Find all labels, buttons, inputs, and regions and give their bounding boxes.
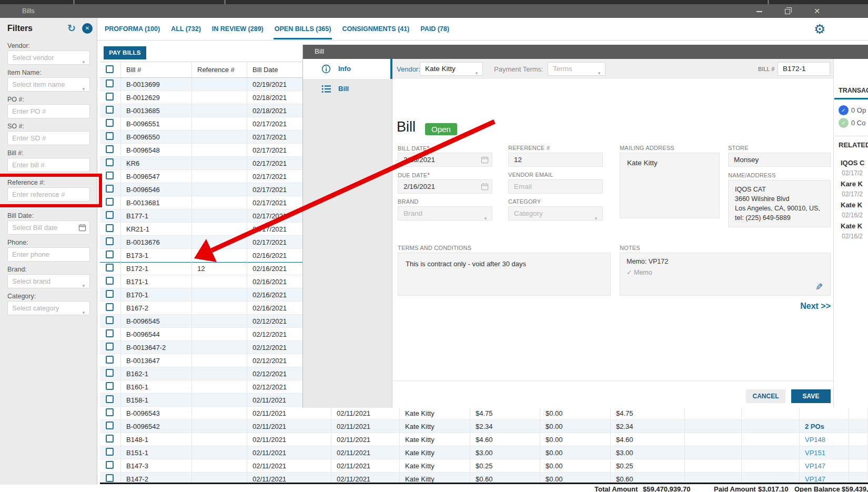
vendor-filter-input[interactable]: Select vendor▼ (7, 51, 90, 65)
link-cell[interactable]: VP151 (800, 446, 849, 459)
row-checkbox[interactable] (106, 316, 114, 324)
row-checkbox[interactable] (106, 382, 114, 390)
bill-number-filter-input[interactable]: Enter bill # (7, 158, 90, 172)
row-checkbox[interactable] (106, 172, 114, 179)
close-filters-icon[interactable]: ✕ (82, 23, 93, 34)
related-item-name[interactable]: Kare K (841, 180, 868, 188)
row-checkbox[interactable] (106, 356, 114, 364)
row-checkbox[interactable] (106, 198, 114, 206)
row-checkbox[interactable] (106, 395, 114, 403)
row-checkbox[interactable] (106, 158, 114, 166)
store-field[interactable]: Monsey (728, 153, 831, 167)
row-checkbox[interactable] (106, 237, 114, 245)
link-cell[interactable]: VP148 (800, 433, 849, 446)
so-number-filter-input[interactable]: Enter SO # (7, 131, 90, 145)
minimize-button[interactable] (751, 6, 767, 16)
reference-cell (192, 380, 247, 394)
modal-tab-bill[interactable]: Bill (303, 79, 392, 99)
category-filter-input[interactable]: Select category▼ (7, 301, 90, 315)
amount-cell: $4.60 (470, 433, 540, 446)
row-checkbox[interactable] (106, 185, 114, 193)
payment-terms-select[interactable]: Terms ▼ (548, 62, 605, 76)
row-checkbox[interactable] (106, 435, 114, 443)
edit-notes-button[interactable]: ✎ (815, 282, 823, 293)
table-row[interactable]: B151-102/11/202102/11/2021Kate Kitty$3.0… (100, 446, 868, 459)
reference-field[interactable]: 12 (508, 153, 603, 167)
paid-cell: $0.00 (540, 420, 611, 433)
related-item-name[interactable]: Kate K (841, 201, 868, 209)
tab-open-bills-365[interactable]: OPEN BILLS (365) (274, 18, 332, 39)
save-button[interactable]: SAVE (791, 389, 831, 403)
table-row[interactable]: B-009654302/11/202102/11/2021Kate Kitty$… (100, 407, 868, 420)
phone-filter-input[interactable]: Enter phone (7, 247, 90, 262)
link-cell[interactable]: VP147 (800, 459, 849, 473)
modal-footer-divider (392, 380, 868, 381)
row-checkbox[interactable] (106, 211, 114, 219)
name-address-box[interactable]: IQOS CAT 3660 Wilshire Blvd Los Angeles,… (728, 180, 831, 227)
tab-all-732[interactable]: ALL (732) (170, 18, 202, 39)
transactions-tab[interactable]: TRANSACT (839, 87, 868, 94)
terms-box[interactable]: This is contract only - void after 30 da… (398, 253, 611, 296)
calendar-icon (481, 183, 489, 190)
category-select[interactable]: Category ▼ (508, 206, 603, 220)
row-checkbox[interactable] (106, 474, 114, 482)
row-checkbox[interactable] (106, 224, 114, 232)
row-checkbox[interactable] (106, 421, 114, 429)
bill-date-filter-input[interactable]: Select Bill date (7, 220, 90, 235)
link-cell[interactable]: 2 POs (800, 420, 849, 433)
row-checkbox[interactable] (106, 303, 114, 311)
row-checkbox[interactable] (106, 329, 114, 337)
reference-cell (192, 183, 247, 196)
tab-paid-78[interactable]: PAID (78) (419, 18, 450, 39)
vendor-email-field[interactable]: Email (508, 179, 603, 194)
modal-tab-info[interactable]: Info (303, 59, 392, 79)
row-checkbox[interactable] (106, 461, 114, 469)
row-checkbox[interactable] (106, 343, 114, 350)
row-checkbox[interactable] (106, 250, 114, 258)
checkbox-cell (100, 433, 121, 446)
row-checkbox[interactable] (106, 119, 114, 127)
tab-consignments-41[interactable]: CONSIGNMENTS (41) (341, 18, 410, 39)
checkbox-cell (100, 236, 121, 249)
row-checkbox[interactable] (106, 264, 114, 272)
brand-select[interactable]: Brand ▼ (398, 206, 492, 220)
row-checkbox[interactable] (106, 79, 114, 87)
row-checkbox[interactable] (106, 290, 114, 298)
mailing-address-box[interactable]: Kate Kitty (620, 153, 720, 218)
restore-button[interactable] (780, 6, 795, 16)
related-item-name[interactable]: Kate K (841, 222, 868, 230)
notes-box[interactable]: Memo: VP172 ✓ Memo ✎ (620, 253, 831, 296)
related-item-name[interactable]: IQOS C (841, 159, 868, 167)
close-button[interactable]: ✕ (809, 6, 825, 16)
bill-date-cell: 02/11/2021 (247, 407, 331, 420)
row-checkbox[interactable] (106, 408, 114, 416)
table-row[interactable]: B147-302/11/202102/11/2021Kate Kitty$0.2… (100, 459, 868, 473)
cancel-button[interactable]: CANCEL (746, 389, 785, 403)
row-checkbox[interactable] (106, 448, 114, 456)
pay-bills-button[interactable]: PAY BILLS (104, 46, 146, 59)
table-row[interactable]: B148-102/11/202102/11/2021Kate Kitty$4.6… (100, 433, 868, 446)
row-checkbox[interactable] (106, 369, 114, 377)
modal-sidebar: Info Bill (303, 59, 392, 408)
item-name-filter-input[interactable]: Select item name▼ (7, 77, 90, 92)
bill-date-field[interactable]: 2/16/2021 (398, 153, 492, 167)
bill-no-input[interactable]: B172-1 (778, 62, 830, 76)
select-all-checkbox[interactable] (106, 65, 114, 73)
row-checkbox[interactable] (106, 132, 114, 140)
row-checkbox[interactable] (106, 93, 114, 101)
table-row[interactable]: B-009654202/11/202102/11/2021Kate Kitty$… (100, 420, 868, 433)
brand-filter-input[interactable]: Select brand▼ (7, 274, 90, 288)
due-date-field[interactable]: 2/16/2021 (398, 179, 492, 194)
row-checkbox[interactable] (106, 106, 114, 114)
tab-in-review-289[interactable]: IN REVIEW (289) (211, 18, 265, 39)
completed-count: 0 Co (851, 119, 865, 127)
gear-icon[interactable]: ⚙ (814, 22, 825, 36)
vendor-select[interactable]: Kate Kitty ▼ (420, 62, 483, 76)
tab-proforma-100[interactable]: PROFORMA (100) (104, 18, 161, 39)
row-checkbox[interactable] (106, 277, 114, 285)
po-number-filter-input[interactable]: Enter PO # (7, 104, 90, 118)
row-checkbox[interactable] (106, 145, 114, 153)
next-link[interactable]: Next >> (800, 302, 831, 311)
refresh-icon[interactable]: ↻ (67, 22, 76, 34)
bill-no-label: BILL # (758, 66, 774, 72)
